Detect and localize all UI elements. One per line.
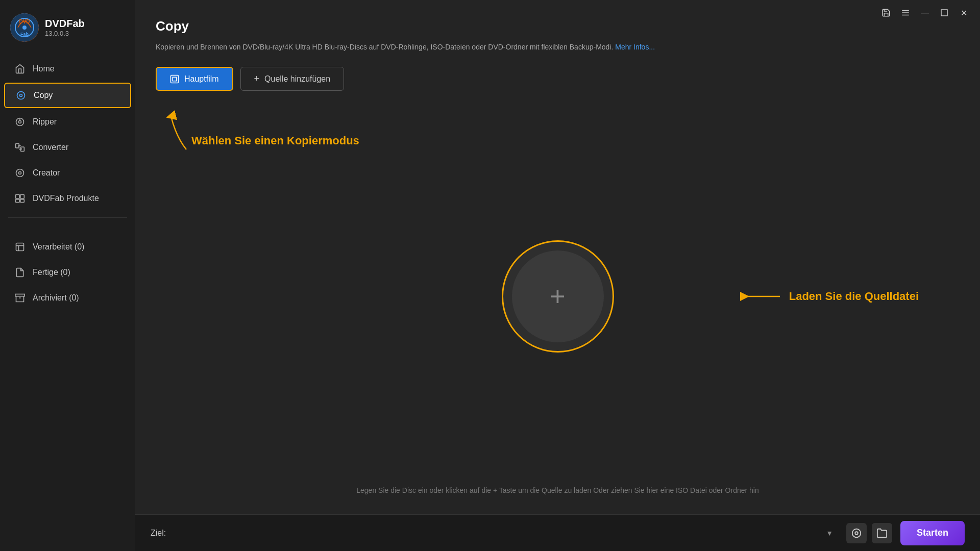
bottom-bar: Ziel: ▼ Starten: [135, 514, 980, 551]
titlebar: — ✕: [870, 0, 980, 26]
svg-rect-18: [16, 243, 24, 251]
home-icon: [14, 63, 26, 74]
quelldatei-text: Laden Sie die Quelldatei: [789, 290, 919, 303]
svg-rect-26: [941, 10, 947, 16]
copy-icon: [15, 90, 27, 101]
sidebar-label-ripper: Ripper: [33, 117, 57, 127]
svg-point-8: [19, 121, 21, 123]
sidebar-label-verarbeitet: Verarbeitet (0): [33, 242, 84, 252]
bottom-icons: [846, 523, 892, 543]
drop-hint-text: Legen Sie die Disc ein oder klicken auf …: [346, 477, 769, 504]
products-icon: [14, 193, 26, 204]
svg-rect-14: [16, 195, 20, 199]
maximize-button[interactable]: [935, 5, 953, 20]
action-buttons: Hauptfilm + Quelle hinzufügen: [156, 67, 960, 91]
sidebar-item-home[interactable]: Home: [4, 57, 131, 81]
main-content: — ✕ Copy Kopieren und Brennen von DVD/Bl…: [135, 0, 980, 551]
sidebar-label-products: DVDFab Produkte: [33, 194, 99, 203]
sidebar-item-copy[interactable]: Copy: [4, 83, 131, 108]
sidebar-label-converter: Converter: [33, 143, 68, 152]
ziel-label: Ziel:: [151, 529, 166, 538]
sidebar-nav: Home Copy Ripper: [0, 52, 135, 215]
page-title: Copy: [156, 18, 960, 34]
logo-text: DVDFab 13.0.0.3: [45, 18, 85, 37]
sidebar-item-converter[interactable]: Converter: [4, 136, 131, 159]
sidebar-item-verarbeitet[interactable]: Verarbeitet (0): [4, 235, 131, 259]
drop-circle[interactable]: +: [502, 240, 614, 353]
logo-area: DVD Fab DVDFab 13.0.0.3: [0, 5, 135, 52]
sidebar-item-products[interactable]: DVDFab Produkte: [4, 187, 131, 210]
sidebar-item-creator[interactable]: Creator: [4, 161, 131, 185]
mehr-infos-link[interactable]: Mehr Infos...: [615, 43, 655, 51]
drop-circle-inner: +: [512, 251, 604, 342]
svg-point-6: [20, 94, 22, 97]
sidebar-label-copy: Copy: [34, 91, 53, 100]
archived-icon: [14, 292, 26, 304]
sidebar-label-fertige: Fertige (0): [33, 268, 70, 277]
sidebar-label-home: Home: [33, 64, 55, 73]
sidebar: DVD Fab DVDFab 13.0.0.3 Home: [0, 0, 135, 551]
quelle-button[interactable]: + Quelle hinzufügen: [240, 67, 345, 91]
processing-icon: [14, 241, 26, 253]
svg-rect-21: [15, 294, 24, 296]
ziel-input-area: ▼: [174, 523, 838, 543]
svg-rect-17: [20, 199, 24, 203]
sidebar-divider: [8, 217, 127, 218]
app-version: 13.0.0.3: [45, 30, 85, 37]
menu-button[interactable]: [896, 5, 915, 20]
svg-text:Fab: Fab: [20, 32, 29, 37]
svg-rect-28: [173, 77, 177, 81]
quelldatei-arrow: [740, 286, 781, 307]
drop-circle-container: + Laden Sie die Quelldatei: [156, 116, 960, 476]
sidebar-item-archiviert[interactable]: Archiviert (0): [4, 286, 131, 310]
hauptfilm-button[interactable]: Hauptfilm: [156, 67, 233, 91]
svg-point-31: [852, 529, 861, 537]
sidebar-bottom: Verarbeitet (0) Fertige (0) Archivier: [0, 230, 135, 315]
disc-icon: [14, 116, 26, 128]
iso-button[interactable]: [846, 523, 867, 543]
svg-rect-27: [171, 75, 179, 83]
minimize-button[interactable]: —: [916, 5, 934, 20]
quelldatei-annotation: Laden Sie die Quelldatei: [740, 286, 919, 307]
app-logo: DVD Fab: [10, 13, 39, 42]
app-name: DVDFab: [45, 18, 85, 30]
sidebar-item-ripper[interactable]: Ripper: [4, 110, 131, 134]
svg-point-12: [16, 169, 24, 177]
save-button[interactable]: [877, 5, 895, 20]
converter-icon: [14, 142, 26, 153]
svg-point-13: [19, 172, 21, 174]
svg-point-2: [22, 26, 27, 30]
sidebar-label-archiviert: Archiviert (0): [33, 293, 79, 303]
sidebar-item-fertige[interactable]: Fertige (0): [4, 261, 131, 284]
ziel-dropdown[interactable]: [174, 523, 838, 543]
drop-zone-area: Wählen Sie einen Kopiermodus +: [156, 106, 960, 504]
sidebar-label-creator: Creator: [33, 168, 60, 178]
svg-rect-15: [20, 195, 24, 199]
starten-button[interactable]: Starten: [900, 521, 965, 545]
close-button[interactable]: ✕: [954, 5, 973, 20]
creator-icon: [14, 167, 26, 179]
svg-rect-16: [16, 199, 20, 203]
page-description: Kopieren und Brennen von DVD/Blu-ray/4K …: [156, 41, 666, 53]
svg-point-32: [855, 532, 858, 535]
plus-icon: +: [550, 283, 565, 310]
folder-button[interactable]: [872, 523, 892, 543]
content-body: Copy Kopieren und Brennen von DVD/Blu-ra…: [135, 0, 980, 514]
finished-icon: [14, 267, 26, 278]
svg-point-5: [17, 92, 25, 99]
